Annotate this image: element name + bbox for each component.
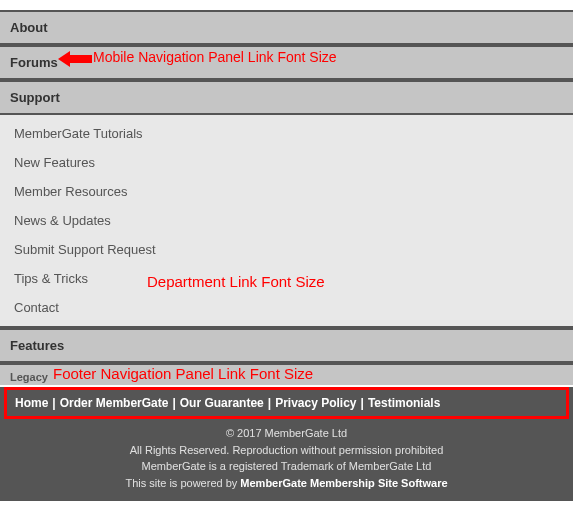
- dept-link-submit-support[interactable]: Submit Support Request: [0, 235, 573, 264]
- footer-rights: All Rights Reserved. Reproduction withou…: [8, 442, 565, 459]
- nav-header-label: Legacy: [10, 371, 48, 383]
- nav-header-label: Forums: [10, 55, 58, 70]
- nav-header-label: About: [10, 20, 48, 35]
- dept-link-tutorials[interactable]: MemberGate Tutorials: [0, 119, 573, 148]
- footer-copyright: © 2017 MemberGate Ltd: [8, 425, 565, 442]
- nav-header-forums[interactable]: Forums Mobile Navigation Panel Link Font…: [0, 45, 573, 80]
- footer-separator: |: [264, 396, 275, 410]
- footer-link-home[interactable]: Home: [15, 396, 48, 410]
- nav-header-features[interactable]: Features: [0, 328, 573, 363]
- footer-separator: |: [48, 396, 59, 410]
- footer-nav-bar: Home|Order MemberGate|Our Guarantee|Priv…: [4, 387, 569, 419]
- footer-powered-link[interactable]: MemberGate Membership Site Software: [240, 477, 447, 489]
- footer-text-block: © 2017 MemberGate Ltd All Rights Reserve…: [0, 423, 573, 501]
- footer-link-order[interactable]: Order MemberGate: [60, 396, 169, 410]
- arrow-left-icon: [58, 51, 92, 67]
- footer-separator: |: [168, 396, 179, 410]
- dept-link-tips-tricks[interactable]: Tips & Tricks: [0, 264, 573, 293]
- dept-link-contact[interactable]: Contact: [0, 293, 573, 322]
- dept-link-new-features[interactable]: New Features: [0, 148, 573, 177]
- nav-header-label: Support: [10, 90, 60, 105]
- nav-header-support[interactable]: Support: [0, 80, 573, 115]
- footer-link-testimonials[interactable]: Testimonials: [368, 396, 440, 410]
- footer-link-privacy[interactable]: Privacy Policy: [275, 396, 356, 410]
- dept-link-news-updates[interactable]: News & Updates: [0, 206, 573, 235]
- nav-header-label: Features: [10, 338, 64, 353]
- dept-link-member-resources[interactable]: Member Resources: [0, 177, 573, 206]
- department-links: MemberGate Tutorials New Features Member…: [0, 115, 573, 328]
- svg-marker-0: [58, 51, 92, 67]
- footer-powered: This site is powered by MemberGate Membe…: [8, 475, 565, 492]
- nav-header-legacy[interactable]: Legacy Footer Navigation Panel Link Font…: [0, 363, 573, 385]
- footer-separator: |: [357, 396, 368, 410]
- footer-powered-prefix: This site is powered by: [125, 477, 240, 489]
- footer-wrap: Home|Order MemberGate|Our Guarantee|Priv…: [0, 387, 573, 501]
- annotation-footer-nav: Footer Navigation Panel Link Font Size: [53, 365, 313, 382]
- footer-trademark: MemberGate is a registered Trademark of …: [8, 458, 565, 475]
- annotation-mobile-nav: Mobile Navigation Panel Link Font Size: [93, 49, 337, 65]
- footer-link-guarantee[interactable]: Our Guarantee: [180, 396, 264, 410]
- nav-header-about[interactable]: About: [0, 10, 573, 45]
